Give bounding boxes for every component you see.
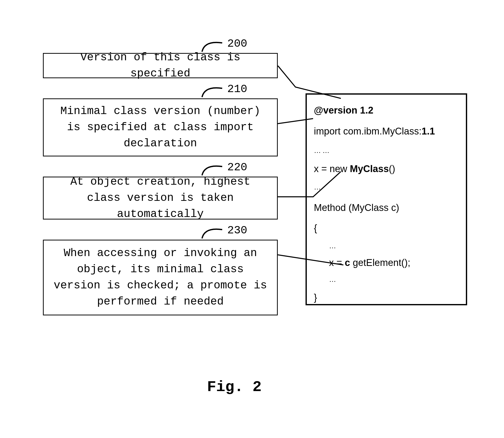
code-get-suffix: getElement(); <box>350 257 410 268</box>
svg-line-1 <box>278 255 343 265</box>
ref-label-230: 230 <box>227 224 247 237</box>
connector-220-to-new <box>278 167 341 202</box>
connector-210-to-import <box>278 116 313 126</box>
code-version-value: 1.2 <box>360 105 373 116</box>
code-ellipsis-4: … <box>314 274 459 285</box>
ref-label-200: 200 <box>227 37 247 50</box>
code-import-version: 1.1 <box>422 126 435 136</box>
step-box-230: When accessing or invoking an object, it… <box>43 240 278 315</box>
step-text-200: Version of this class is specified <box>51 49 270 82</box>
code-new-suffix: () <box>389 163 395 174</box>
ref-label-210: 210 <box>227 83 247 95</box>
svg-line-0 <box>278 119 313 124</box>
code-ellipsis-1: …… <box>314 145 459 156</box>
code-version-prefix: @version <box>314 105 360 116</box>
code-new-class: MyClass <box>350 163 389 174</box>
ref-label-220: 220 <box>227 161 247 174</box>
code-import-line: import com.ibm.MyClass:1.1 <box>314 124 459 139</box>
connector-230-to-getelement <box>278 252 343 267</box>
code-method-decl: Method (MyClass c) <box>314 200 459 215</box>
code-get-obj: c <box>345 257 350 268</box>
figure-caption: Fig. 2 <box>207 378 262 396</box>
step-box-220: At object creation, highest class versio… <box>43 177 278 220</box>
code-open-brace: { <box>314 221 459 236</box>
step-text-230: When accessing or invoking an object, it… <box>51 245 270 310</box>
step-box-210: Minimal class version (number) is specif… <box>43 98 278 156</box>
code-ellipsis-3: … <box>314 240 459 252</box>
figure-canvas: 200 Version of this class is specified 2… <box>0 0 504 438</box>
ref-hook-210 <box>199 83 225 98</box>
step-text-210: Minimal class version (number) is specif… <box>51 103 270 151</box>
code-import-prefix: import com.ibm.MyClass: <box>314 126 422 136</box>
step-text-220: At object creation, highest class versio… <box>51 174 270 222</box>
ref-hook-230 <box>199 225 225 240</box>
step-box-200: Version of this class is specified <box>43 53 278 78</box>
connector-200-to-version <box>278 66 341 106</box>
code-close-brace: } <box>314 290 459 305</box>
